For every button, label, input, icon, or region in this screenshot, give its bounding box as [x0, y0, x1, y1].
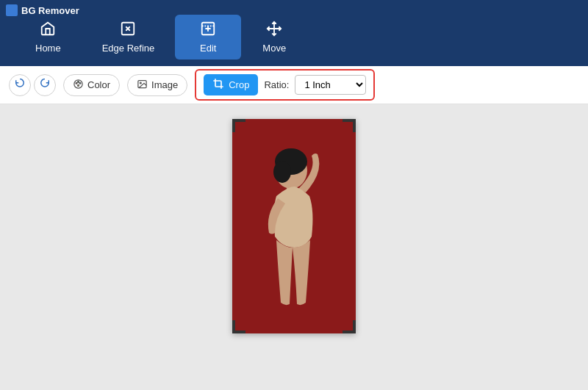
svg-point-3: [76, 82, 77, 84]
navbar: BG Remover Home Edge: [0, 0, 588, 66]
app-title-text: BG Remover: [21, 5, 79, 16]
image-label: Image: [151, 79, 178, 90]
person-image: [232, 119, 356, 333]
image-button[interactable]: Image: [127, 74, 187, 96]
undo-icon: [15, 79, 25, 91]
color-button[interactable]: Color: [63, 74, 120, 96]
svg-point-11: [273, 161, 291, 183]
nav-edit-label: Edit: [200, 43, 216, 54]
image-container: [232, 119, 356, 333]
nav-edge-refine-label: Edge Refine: [102, 43, 155, 54]
crop-label: Crop: [229, 79, 249, 90]
color-icon: [73, 79, 84, 92]
color-label: Color: [87, 79, 110, 90]
nav-item-home[interactable]: Home: [15, 15, 82, 59]
canvas-area: [0, 104, 588, 390]
crop-handle-top-right[interactable]: [343, 119, 356, 132]
nav-item-edge-refine[interactable]: Edge Refine: [82, 15, 176, 59]
nav-item-edit[interactable]: Edit: [175, 15, 241, 59]
nav-item-move[interactable]: Move: [241, 15, 307, 59]
toolbar: Color Image Crop Ratio: 1 Inch 2 Inch: [0, 66, 588, 104]
redo-button[interactable]: [34, 74, 56, 96]
edit-icon: [200, 21, 216, 39]
edge-refine-icon: [120, 21, 136, 39]
redo-icon: [40, 79, 50, 91]
app-logo-icon: [6, 4, 18, 16]
undo-redo-group: [9, 74, 56, 96]
ratio-select[interactable]: 1 Inch 2 Inch Custom: [295, 75, 366, 95]
svg-point-6: [78, 84, 79, 86]
home-icon: [40, 21, 56, 39]
image-icon: [137, 79, 148, 92]
crop-handle-top-left[interactable]: [232, 119, 245, 132]
ratio-label: Ratio:: [264, 79, 289, 90]
crop-handle-bottom-left[interactable]: [232, 320, 245, 333]
undo-button[interactable]: [9, 74, 31, 96]
svg-point-4: [78, 81, 79, 82]
move-icon: [266, 21, 282, 39]
app-title: BG Remover: [6, 4, 79, 16]
nav-items: Home Edge Refine: [7, 15, 581, 59]
svg-point-5: [79, 82, 81, 84]
svg-point-8: [140, 82, 141, 84]
crop-button[interactable]: Crop: [204, 74, 258, 95]
nav-home-label: Home: [35, 43, 61, 54]
crop-handle-bottom-right[interactable]: [343, 320, 356, 333]
nav-move-label: Move: [262, 43, 286, 54]
crop-icon: [212, 78, 224, 92]
crop-section: Crop Ratio: 1 Inch 2 Inch Custom: [195, 69, 375, 101]
